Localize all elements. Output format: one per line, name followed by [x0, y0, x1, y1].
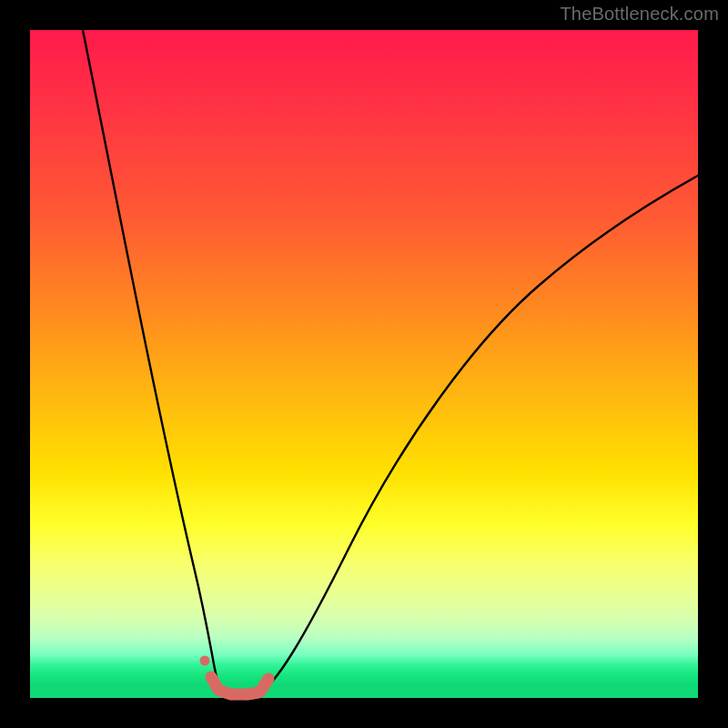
- marker-isolated-dot: [200, 656, 210, 666]
- curve-left-branch: [83, 30, 221, 691]
- watermark-text: TheBottleneck.com: [560, 4, 719, 25]
- highlight-marker-group: [211, 677, 268, 694]
- chart-frame: TheBottleneck.com: [0, 0, 728, 728]
- plot-area: [30, 30, 698, 698]
- curve-right-branch: [258, 176, 698, 694]
- curve-layer: [30, 30, 698, 698]
- marker-seg-5: [260, 679, 268, 692]
